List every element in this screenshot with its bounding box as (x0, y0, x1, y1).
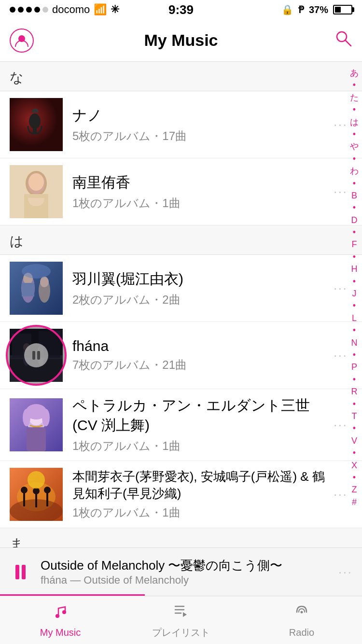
lock-icon: 🔒 (281, 4, 293, 15)
search-button[interactable] (334, 29, 352, 52)
status-bar: docomo 📶 ✳ 9:39 🔒 Ᵽ 37% (0, 0, 362, 19)
artist-sub: 1枚のアルバム・1曲 (72, 196, 329, 211)
status-left: docomo 📶 ✳ (10, 3, 119, 16)
tab-playlist-label: プレイリスト (152, 626, 210, 639)
artist-row[interactable]: ペトラルカ・アン・エルダント三世 (CV 渕上舞) 1枚のアルバム・1曲 ··· (0, 389, 362, 461)
svg-point-50 (44, 487, 51, 493)
svg-rect-40 (27, 427, 46, 451)
artist-info: 本間芽衣子(茅野愛衣), 安城鳴子(戸松遥) & 鶴見知利子(早見沙織) 1枚の… (72, 468, 329, 520)
artist-info: ペトラルカ・アン・エルダント三世 (CV 渕上舞) 1枚のアルバム・1曲 (72, 396, 329, 454)
bluetooth-icon: Ᵽ (298, 4, 304, 15)
artist-sub: 1枚のアルバム・1曲 (72, 505, 329, 520)
artist-name: ナノ (72, 106, 329, 126)
now-playing-thumb (10, 329, 63, 382)
tab-my-music-label: My Music (40, 627, 81, 638)
artist-thumbnail (10, 98, 63, 151)
svg-point-38 (23, 409, 30, 426)
mini-more-button[interactable]: ··· (338, 564, 352, 580)
page-title: My Music (144, 31, 218, 50)
mini-player-title: Outside of Melancholy 〜憂鬱の向こう側〜 (41, 557, 338, 574)
pause-icon (24, 343, 48, 367)
svg-point-51 (28, 471, 45, 489)
now-playing-circle (6, 325, 67, 386)
artist-row[interactable]: 本間芽衣子(茅野愛衣), 安城鳴子(戸松遥) & 鶴見知利子(早見沙織) 1枚の… (0, 461, 362, 528)
section-header-ha: は (0, 225, 362, 255)
tab-radio-label: Radio (289, 627, 314, 638)
svg-point-5 (29, 113, 41, 129)
profile-avatar[interactable] (10, 28, 34, 53)
svg-point-63 (301, 611, 303, 613)
status-right: 🔒 Ᵽ 37% (281, 4, 352, 15)
mini-player-info: Outside of Melancholy 〜憂鬱の向こう側〜 fhána — … (41, 557, 338, 587)
artist-name: 南里侑香 (72, 173, 329, 193)
svg-point-59 (62, 610, 66, 614)
artist-info: 羽川翼(堀江由衣) 2枚のアルバム・2曲 (72, 269, 329, 308)
tab-bar: My Music プレイリスト Radio (0, 596, 362, 644)
carrier-label: docomo (52, 3, 90, 16)
artist-row[interactable]: ナノ 5枚のアルバム・17曲 ··· (0, 91, 362, 158)
svg-point-46 (21, 487, 28, 493)
mini-player[interactable]: Outside of Melancholy 〜憂鬱の向こう側〜 fhána — … (0, 547, 362, 596)
artist-row-fhana[interactable]: fhána 7枚のアルバム・21曲 ··· (0, 322, 362, 389)
artist-sub: 5枚のアルバム・17曲 (72, 128, 329, 144)
radio-icon (293, 602, 310, 624)
svg-point-20 (22, 264, 51, 279)
status-time: 9:39 (168, 2, 194, 17)
svg-point-11 (28, 173, 44, 191)
svg-line-2 (345, 40, 351, 46)
artist-info: 南里侑香 1枚のアルバム・1曲 (72, 173, 329, 211)
artist-name: 羽川翼(堀江由衣) (72, 269, 329, 289)
signal-dots (10, 7, 48, 13)
battery-label: 37% (309, 4, 328, 15)
tab-my-music[interactable]: My Music (0, 596, 121, 644)
artist-sub: 2枚のアルバム・2曲 (72, 292, 329, 308)
svg-rect-6 (33, 127, 37, 134)
artist-info: fhána 7枚のアルバム・21曲 (72, 338, 329, 373)
section-header-na: な (0, 62, 362, 91)
svg-point-48 (33, 488, 40, 494)
mini-pause-button[interactable] (10, 561, 31, 583)
svg-rect-31 (32, 351, 35, 360)
artist-thumbnail (10, 468, 63, 521)
playlist-icon (172, 602, 190, 623)
artist-row[interactable]: 羽川翼(堀江由衣) 2枚のアルバム・2曲 ··· (0, 255, 362, 322)
artist-thumbnail (10, 165, 63, 218)
alphabet-index[interactable]: あ • た • は • や • わ • B • D • F • H • J • … (347, 68, 362, 508)
artist-thumbnail (10, 398, 63, 451)
tab-playlist[interactable]: プレイリスト (121, 596, 241, 644)
artist-name: 本間芽衣子(茅野愛衣), 安城鳴子(戸松遥) & 鶴見知利子(早見沙織) (72, 468, 329, 502)
activity-icon: ✳ (111, 3, 119, 16)
artist-name: ペトラルカ・アン・エルダント三世 (CV 渕上舞) (72, 396, 329, 435)
tab-radio[interactable]: Radio (241, 596, 362, 644)
artist-info: ナノ 5枚のアルバム・17曲 (72, 106, 329, 144)
svg-point-58 (56, 614, 59, 618)
artist-thumbnail (10, 262, 63, 315)
artist-name: fhána (72, 338, 329, 354)
artist-sub: 7枚のアルバム・21曲 (72, 357, 329, 373)
artist-sub: 1枚のアルバム・1曲 (72, 438, 329, 454)
svg-rect-32 (37, 351, 40, 360)
artist-row[interactable]: 南里侑香 1枚のアルバム・1曲 ··· (0, 158, 362, 225)
music-note-icon (52, 602, 69, 624)
wifi-icon: 📶 (94, 3, 107, 16)
nav-header: My Music (0, 19, 362, 62)
mini-player-subtitle: fhána — Outside of Melancholy (41, 574, 338, 587)
battery-icon (333, 5, 352, 14)
svg-point-39 (42, 409, 50, 426)
